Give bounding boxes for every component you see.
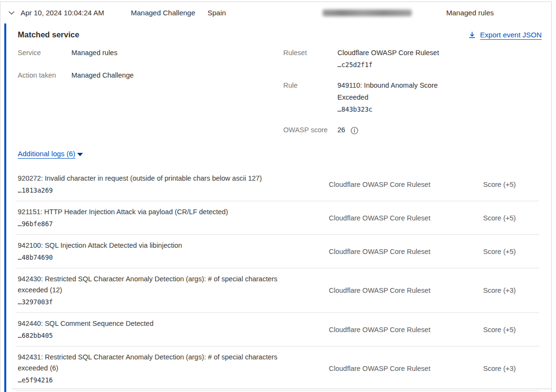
log-score-cell: Score (+5) <box>483 248 539 255</box>
event-action: Managed Challenge <box>131 9 208 17</box>
log-rule-hash: …682bb405 <box>18 331 308 341</box>
log-rule-hash: …3297003f <box>18 297 308 307</box>
caret-down-icon <box>77 150 83 159</box>
matched-service-fields: Service Managed rules Action taken Manag… <box>18 47 542 149</box>
log-ruleset-cell: Cloudflare OWASP Core Ruleset <box>329 248 483 255</box>
log-rule-hash: …1813a269 <box>18 185 308 196</box>
download-icon <box>468 31 476 39</box>
log-row: 942430: Restricted SQL Character Anomaly… <box>16 268 539 313</box>
log-row: 920272: Invalid character in request (ou… <box>16 168 539 201</box>
log-rule-cell: 942440: SQL Comment Sequence Detected …6… <box>18 318 329 341</box>
log-score-cell: Score (+5) <box>483 214 539 222</box>
service-value: Managed rules <box>71 47 117 59</box>
additional-logs-toggle: Additional logs (6) <box>18 149 542 159</box>
ruleset-value: Cloudflare OWASP Core Ruleset <box>337 47 439 59</box>
info-icon[interactable] <box>350 127 359 135</box>
log-rule-cell: 942430: Restricted SQL Character Anomaly… <box>18 274 329 307</box>
log-row: 921151: HTTP Header Injection Attack via… <box>16 201 539 235</box>
ruleset-hash: …c25d2f1f <box>337 59 439 71</box>
log-row: 942440: SQL Comment Sequence Detected …6… <box>16 313 539 346</box>
event-timestamp: Apr 10, 2024 10:04:24 AM <box>21 9 131 17</box>
action-taken-field: Action taken Managed Challenge <box>18 69 283 81</box>
owasp-score-label: OWASP score <box>283 124 337 136</box>
redacted-value <box>323 10 412 16</box>
log-rule-title: 942431: Restricted SQL Character Anomaly… <box>18 352 308 374</box>
log-rule-title: 921151: HTTP Header Injection Attack via… <box>18 207 308 218</box>
owasp-score-value: 26 <box>337 124 345 136</box>
additional-logs-link[interactable]: Additional logs (6) <box>18 150 75 158</box>
log-rule-title: 920272: Invalid character in request (ou… <box>18 173 308 184</box>
ruleset-label: Ruleset <box>283 47 337 71</box>
action-taken-label: Action taken <box>18 69 71 81</box>
log-score-cell: Score (+3) <box>483 287 539 294</box>
next-row-divider <box>12 389 551 389</box>
export-event-json-link[interactable]: Export event JSON <box>468 31 542 39</box>
rule-value: 949110: Inbound Anomaly Score Exceeded <box>337 80 452 104</box>
log-score-cell: Score (+5) <box>483 181 539 188</box>
log-rule-title: 942100: SQL Injection Attack Detected vi… <box>18 240 308 251</box>
log-rule-cell: 921151: HTTP Header Injection Attack via… <box>18 207 329 229</box>
rule-label: Rule <box>283 80 337 115</box>
log-rule-title: 942430: Restricted SQL Character Anomaly… <box>18 274 308 296</box>
firewall-event-panel: Apr 10, 2024 10:04:24 AM Managed Challen… <box>0 1 552 392</box>
detail-header: Matched service Export event JSON <box>18 30 542 39</box>
log-ruleset-cell: Cloudflare OWASP Core Ruleset <box>329 365 483 372</box>
log-ruleset-cell: Cloudflare OWASP Core Ruleset <box>329 181 483 188</box>
log-ruleset-cell: Cloudflare OWASP Core Ruleset <box>329 287 483 294</box>
export-link-label: Export event JSON <box>480 31 542 39</box>
event-summary-row[interactable]: Apr 10, 2024 10:04:24 AM Managed Challen… <box>0 2 551 23</box>
owasp-score-field: OWASP score 26 <box>283 124 542 136</box>
log-rule-cell: 920272: Invalid character in request (ou… <box>18 173 329 196</box>
additional-logs-table: 920272: Invalid character in request (ou… <box>16 168 539 391</box>
rule-hash: …843b323c <box>337 104 452 115</box>
log-rule-hash: …48b74690 <box>18 253 308 263</box>
matched-service-heading: Matched service <box>18 30 79 39</box>
event-detail-section: Matched service Export event JSON Servic… <box>0 23 551 392</box>
log-ruleset-cell: Cloudflare OWASP Core Ruleset <box>329 214 483 222</box>
log-rule-title: 942440: SQL Comment Sequence Detected <box>18 318 308 329</box>
ruleset-field: Ruleset Cloudflare OWASP Core Ruleset …c… <box>283 47 542 71</box>
event-service: Managed rules <box>446 9 551 17</box>
log-score-cell: Score (+3) <box>483 365 539 372</box>
log-row: 942431: Restricted SQL Character Anomaly… <box>16 346 539 391</box>
log-rule-cell: 942100: SQL Injection Attack Detected vi… <box>18 240 329 263</box>
service-label: Service <box>18 47 71 59</box>
log-ruleset-cell: Cloudflare OWASP Core Ruleset <box>329 326 483 334</box>
log-row: 942100: SQL Injection Attack Detected vi… <box>16 235 539 268</box>
service-field: Service Managed rules <box>18 47 283 59</box>
chevron-down-icon[interactable] <box>7 9 16 17</box>
log-rule-cell: 942431: Restricted SQL Character Anomaly… <box>18 352 329 385</box>
event-country: Spain <box>208 9 323 17</box>
log-rule-hash: …e5f94216 <box>18 375 308 385</box>
action-taken-value: Managed Challenge <box>71 69 134 81</box>
rule-field: Rule 949110: Inbound Anomaly Score Excee… <box>283 80 542 115</box>
log-rule-hash: …96bfe867 <box>18 219 308 229</box>
log-score-cell: Score (+5) <box>483 326 539 334</box>
